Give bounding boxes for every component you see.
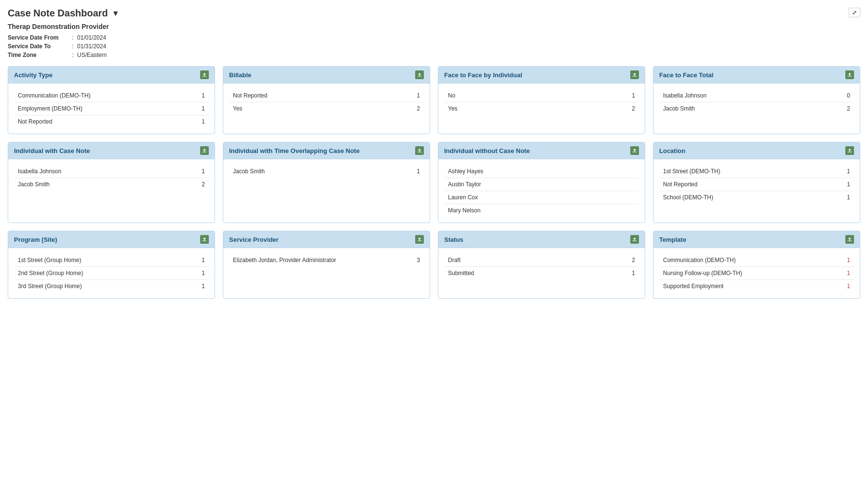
card-individual-without-case-note-header: Individual without Case Note (438, 142, 645, 159)
card-program-site-title: Program (Site) (14, 236, 57, 243)
card-program-site: Program (Site) 1st Street (Group Home)12… (8, 231, 215, 299)
export-individual-without-case-note-icon[interactable] (630, 146, 639, 155)
row-count (610, 178, 639, 191)
table-row: School (DEMO-TH)1 (659, 191, 854, 204)
export-template-icon[interactable] (845, 235, 854, 244)
row-count: 1 (175, 165, 209, 178)
filter-icon[interactable]: ▼ (112, 9, 120, 18)
export-location-icon[interactable] (845, 146, 854, 155)
table-row: Employment (DEMO-TH)1 (14, 102, 209, 115)
service-date-to-row: Service Date To : 01/31/2024 (8, 43, 860, 50)
table-row: Communication (DEMO-TH)1 (14, 89, 209, 102)
table-row: Yes2 (444, 102, 639, 115)
row-count: 1 (183, 267, 209, 280)
time-zone-row: Time Zone : US/Eastern (8, 52, 860, 58)
individual-without-case-note-table: Ashley HayesAustin TaylorLauren CoxMary … (444, 165, 639, 217)
row-label: 2nd Street (Group Home) (14, 267, 183, 280)
card-face-to-face-total: Face to Face Total Isabella Johnson0Jaco… (653, 66, 860, 134)
card-face-to-face-total-title: Face to Face Total (659, 71, 713, 79)
table-row: 3rd Street (Group Home)1 (14, 280, 209, 293)
table-row: Jacob Smith2 (14, 178, 209, 191)
row-count: 1 (832, 280, 854, 293)
card-face-to-face-individual-title: Face to Face by Individual (444, 71, 522, 79)
row-count: 1 (183, 280, 209, 293)
individual-without-case-note-scroll[interactable]: Ashley HayesAustin TaylorLauren CoxMary … (438, 159, 645, 222)
location-table: 1st Street (DEMO-TH)1Not Reported1School… (659, 165, 854, 204)
table-row: Austin Taylor (444, 178, 639, 191)
card-service-provider: Service Provider Elizabeth Jordan, Provi… (223, 231, 430, 299)
table-row: Lauren Cox (444, 191, 639, 204)
row-label: Not Reported (14, 115, 186, 128)
export-program-site-icon[interactable] (200, 235, 209, 244)
card-individual-time-overlapping: Individual with Time Overlapping Case No… (223, 142, 430, 223)
time-zone-label: Time Zone (8, 52, 70, 58)
row-label: Austin Taylor (444, 178, 610, 191)
row-count: 1 (832, 267, 854, 280)
row-label: Yes (444, 102, 563, 115)
export-individual-time-overlapping-icon[interactable] (415, 146, 424, 155)
table-row: No1 (444, 89, 639, 102)
row-label: Submitted (444, 267, 591, 280)
service-date-from-label: Service Date From (8, 34, 70, 41)
row-count: 1 (826, 178, 854, 191)
card-program-site-body: 1st Street (Group Home)12nd Street (Grou… (8, 248, 215, 298)
card-individual-without-case-note: Individual without Case Note Ashley Haye… (438, 142, 645, 223)
row-label: Isabella Johnson (659, 89, 820, 102)
card-location-header: Location (653, 142, 860, 159)
card-individual-time-overlapping-body: Jacob Smith1 (223, 159, 430, 183)
card-service-provider-body: Elizabeth Jordan, Provider Administrator… (223, 248, 430, 272)
row-count: 1 (381, 165, 424, 178)
time-zone-value: US/Eastern (77, 52, 107, 58)
export-face-to-face-total-icon[interactable] (845, 70, 854, 79)
row-label: Ashley Hayes (444, 165, 610, 178)
export-service-provider-icon[interactable] (415, 235, 424, 244)
row-count: 2 (175, 178, 209, 191)
export-individual-with-case-note-icon[interactable] (200, 146, 209, 155)
row-label: Draft (444, 254, 591, 267)
individual-with-case-note-table: Isabella Johnson1Jacob Smith2 (14, 165, 209, 191)
service-date-from-value: 01/01/2024 (77, 34, 106, 41)
card-template-title: Template (659, 236, 686, 243)
status-table: Draft2Submitted1 (444, 254, 639, 279)
face-to-face-total-table: Isabella Johnson0Jacob Smith2 (659, 89, 854, 115)
service-date-from-row: Service Date From : 01/01/2024 (8, 34, 860, 41)
export-billable-icon[interactable] (415, 70, 424, 79)
card-status: Status Draft2Submitted1 (438, 231, 645, 299)
program-site-table: 1st Street (Group Home)12nd Street (Grou… (14, 254, 209, 292)
table-row: Not Reported1 (659, 178, 854, 191)
face-to-face-individual-table: No1Yes2 (444, 89, 639, 115)
card-individual-with-case-note-header: Individual with Case Note (8, 142, 215, 159)
row-label: Mary Nelson (444, 204, 610, 217)
row-count: 0 (820, 89, 854, 102)
row-count: 1 (826, 165, 854, 178)
row-count: 3 (407, 254, 424, 266)
billable-table: Not Reported1Yes2 (229, 89, 424, 115)
card-face-to-face-individual-body: No1Yes2 (438, 83, 645, 121)
table-row: Not Reported1 (229, 89, 424, 102)
export-status-icon[interactable] (630, 235, 639, 244)
row-label: Isabella Johnson (14, 165, 175, 178)
export-activity-type-icon[interactable] (200, 70, 209, 79)
row-count: 1 (591, 267, 639, 280)
row-count: 1 (826, 191, 854, 204)
export-face-to-face-individual-icon[interactable] (630, 70, 639, 79)
row-count: 1 (563, 89, 639, 102)
title-text: Case Note Dashboard (8, 8, 108, 19)
row-count: 1 (832, 254, 854, 267)
row-label: 3rd Street (Group Home) (14, 280, 183, 293)
row-label: Jacob Smith (229, 165, 381, 178)
card-status-body: Draft2Submitted1 (438, 248, 645, 285)
row-label: Communication (DEMO-TH) (14, 89, 186, 102)
card-service-provider-header: Service Provider (223, 231, 430, 248)
service-provider-table: Elizabeth Jordan, Provider Administrator… (229, 254, 424, 266)
card-template-header: Template (653, 231, 860, 248)
table-row: 1st Street (DEMO-TH)1 (659, 165, 854, 178)
table-row: Submitted1 (444, 267, 639, 280)
expand-button[interactable]: ⤢ (849, 8, 860, 17)
table-row: Isabella Johnson0 (659, 89, 854, 102)
row-label: Lauren Cox (444, 191, 610, 204)
card-individual-without-case-note-title: Individual without Case Note (444, 147, 530, 154)
table-row: Ashley Hayes (444, 165, 639, 178)
row-count: 2 (563, 102, 639, 115)
card-location-body: 1st Street (DEMO-TH)1Not Reported1School… (653, 159, 860, 209)
